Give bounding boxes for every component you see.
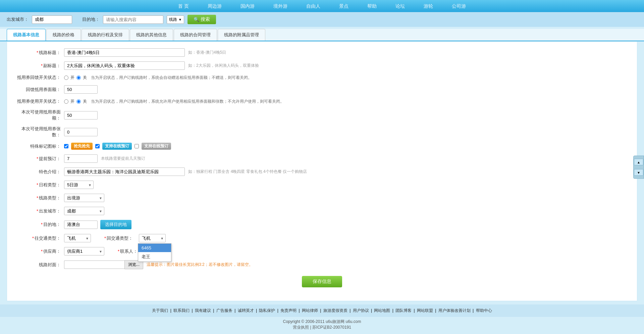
- nav-help[interactable]: 帮助: [358, 0, 386, 12]
- intro-input[interactable]: [64, 168, 185, 176]
- title-input[interactable]: [64, 48, 185, 57]
- badge2: 支持在线预订: [102, 143, 132, 150]
- advance-label: 提前预订：: [17, 156, 64, 162]
- title-row: 线路标题： 如：香港-澳门4晚5日: [17, 48, 627, 57]
- subtitle-input[interactable]: [64, 61, 185, 70]
- route-type-label: 线路类型：: [17, 195, 64, 201]
- coupon-use-close-label: 关: [83, 99, 87, 104]
- contact-dropdown-item-1[interactable]: 6465: [138, 244, 171, 252]
- nav-forum[interactable]: 论坛: [386, 0, 414, 12]
- dest-btn[interactable]: 选择目的地: [100, 220, 131, 229]
- coupon-toggle-open-radio[interactable]: [64, 76, 68, 80]
- route-select-wrap: 线路 ▼: [167, 15, 184, 24]
- footer-link-7[interactable]: 网站律师: [302, 308, 318, 313]
- depart-city-select[interactable]: 成都 北京 上海 广州 深圳: [64, 207, 104, 215]
- footer-link-6[interactable]: 免责声明: [280, 308, 297, 313]
- nav-nearby[interactable]: 周边游: [198, 0, 231, 12]
- footer-link-8[interactable]: 旅游度假资质: [323, 308, 347, 313]
- route-dropdown-icon[interactable]: ▼: [178, 18, 182, 21]
- nav-company[interactable]: 公司游: [442, 0, 475, 12]
- route-type-select[interactable]: 国内游 出境游 周边游 自由行: [64, 194, 104, 202]
- tab-schedule[interactable]: 线路的行程及安排: [82, 29, 129, 41]
- badge3: 支持在线预订: [142, 143, 171, 150]
- footer-link-13[interactable]: 用户体验改善计划: [438, 308, 471, 313]
- contact-dropdown-item-2[interactable]: 老王: [138, 252, 171, 261]
- cover-file-input[interactable]: [64, 260, 124, 269]
- dest-row: 目的地： 选择目的地: [17, 220, 627, 229]
- scroll-up-btn[interactable]: ▲: [634, 158, 643, 165]
- nav-cruise[interactable]: 游轮: [414, 0, 442, 12]
- footer-link-9[interactable]: 用户协议: [353, 308, 369, 313]
- footer-bottom: Copyright © 2006-2011 u6u旅游网 u6u.com 营业执…: [0, 317, 644, 332]
- top-navigation: 首 页 周边游 国内游 境外游 自由人 景点 帮助 论坛 游轮 公司游: [0, 0, 644, 12]
- coupon-toggle-open-label: 开: [70, 75, 74, 81]
- supplier-select-wrap: 供应商1 供应商2 供应商3: [64, 247, 104, 255]
- day-type-label: 日程类型：: [17, 182, 64, 188]
- search-bar: 出发城市： 目的地： 线路 ▼ 🔍 搜索: [0, 12, 644, 27]
- footer-link-4[interactable]: 诚聘英才: [238, 308, 254, 313]
- tab-addon[interactable]: 线路的附属品管理: [218, 29, 265, 41]
- subtitle-hint: 如：2大乐园，休闲渔人码头，双重体验: [188, 63, 259, 68]
- special-mark-label: 特殊标记图标：: [17, 143, 64, 149]
- intro-row: 特色介绍： 如：独家行程 门票全含 4晚四星 零食礼包 4个特色餐 仅一个购物店: [17, 168, 627, 176]
- footer-link-3[interactable]: 广告服务: [216, 308, 232, 313]
- transport-back-select[interactable]: 飞机 火车 汽车 轮船: [139, 234, 166, 242]
- dest-label: 目的地：: [82, 16, 100, 22]
- day-type-select[interactable]: 1日游 2日游 3日游 4日游 5日游 6日游 7日游 8日游 9日游 10日以…: [64, 181, 94, 189]
- badge3-checkbox[interactable]: [135, 144, 139, 148]
- route-label: 线路: [169, 17, 177, 22]
- badge2-checkbox[interactable]: [95, 144, 100, 148]
- coupon-toggle-row: 抵用券回馈开关状态： 开 关 当为开启状态，用户订购线路时，系统会自动赠送相应抵…: [17, 75, 627, 81]
- coupon-use-amount-row: 本次可使用抵用券面额：: [17, 109, 627, 121]
- scroll-down-btn[interactable]: ▼: [634, 169, 643, 176]
- nav-free[interactable]: 自由人: [297, 0, 330, 12]
- coupon-amount-label: 回馈抵用券面额：: [17, 87, 64, 93]
- depart-city-input[interactable]: [32, 15, 72, 24]
- coupon-amount-input[interactable]: [64, 85, 98, 94]
- tab-other[interactable]: 线路的其他信息: [130, 29, 173, 41]
- save-button[interactable]: 保存信息: [302, 276, 342, 287]
- search-button[interactable]: 🔍 搜索: [187, 15, 216, 24]
- coupon-toggle-group: 开 关 当为开启状态，用户订购线路时，系统会自动赠送相应抵用券面额；不赠送，则可…: [64, 75, 252, 81]
- tab-basic[interactable]: 线路基本信息: [7, 29, 46, 41]
- coupon-use-desc: 当为开启状态，用户订购线路时，系统允许用户使用相应抵用券面额和张数；不允许用户使…: [91, 99, 284, 104]
- tab-bar: 线路基本信息 线路的价格 线路的行程及安排 线路的其他信息 线路的合同管理 线路…: [0, 29, 644, 41]
- transport-go-label: 往交通类型：: [17, 235, 64, 241]
- depart-city-select-wrap: 成都 北京 上海 广州 深圳: [64, 207, 104, 215]
- coupon-use-amount-label: 本次可使用抵用券面额：: [17, 109, 64, 121]
- dest-input[interactable]: [64, 221, 98, 229]
- footer-link-12[interactable]: 网站联盟: [417, 308, 433, 313]
- footer-link-0[interactable]: 关于我们: [152, 308, 168, 313]
- dest-search-input[interactable]: [103, 15, 163, 24]
- footer-link-5[interactable]: 隐私保护: [259, 308, 275, 313]
- coupon-toggle-label: 抵用券回馈开关状态：: [17, 75, 64, 81]
- footer-link-2[interactable]: 我有建议: [195, 308, 211, 313]
- coupon-use-open-label: 开: [70, 99, 74, 104]
- coupon-use-close-radio[interactable]: [76, 99, 81, 104]
- badge1-checkbox[interactable]: [64, 144, 68, 148]
- transport-go-wrap: 往交通类型： 飞机 火车 汽车 轮船: [17, 234, 91, 242]
- supplier-select[interactable]: 供应商1 供应商2 供应商3: [64, 247, 104, 255]
- nav-abroad[interactable]: 境外游: [264, 0, 297, 12]
- route-type-select-wrap: 国内游 出境游 周边游 自由行: [64, 194, 104, 202]
- cover-hint: 温馨提示：图片最佳长宽比例3:2；若不修改图片，请留空。: [147, 262, 253, 268]
- nav-home[interactable]: 首 页: [169, 0, 198, 12]
- tab-contract[interactable]: 线路的合同管理: [174, 29, 217, 41]
- coupon-toggle-close-radio[interactable]: [76, 76, 81, 80]
- coupon-use-toggle-row: 抵用券使用开关状态： 开 关 当为开启状态，用户订购线路时，系统允许用户使用相应…: [17, 98, 627, 104]
- footer-link-1[interactable]: 联系我们: [173, 308, 190, 313]
- footer-link-14[interactable]: 帮助中心: [476, 308, 492, 313]
- tab-price[interactable]: 线路的价格: [46, 29, 81, 41]
- advance-input[interactable]: [64, 154, 98, 163]
- coupon-use-open-radio[interactable]: [64, 99, 68, 104]
- footer-link-11[interactable]: 团队博客: [395, 308, 412, 313]
- footer-link-10[interactable]: 网站地图: [374, 308, 390, 313]
- nav-scenic[interactable]: 景点: [330, 0, 358, 12]
- intro-hint: 如：独家行程 门票全含 4晚四星 零食礼包 4个特色餐 仅一个购物店: [188, 169, 307, 175]
- coupon-use-amount-input[interactable]: [64, 111, 98, 120]
- coupon-use-count-input[interactable]: [64, 128, 98, 136]
- transport-go-select-wrap: 飞机 火车 汽车 轮船: [64, 234, 91, 242]
- badge1: 抢先抢先: [71, 143, 93, 150]
- transport-go-select[interactable]: 飞机 火车 汽车 轮船: [64, 234, 91, 242]
- nav-domestic[interactable]: 国内游: [231, 0, 264, 12]
